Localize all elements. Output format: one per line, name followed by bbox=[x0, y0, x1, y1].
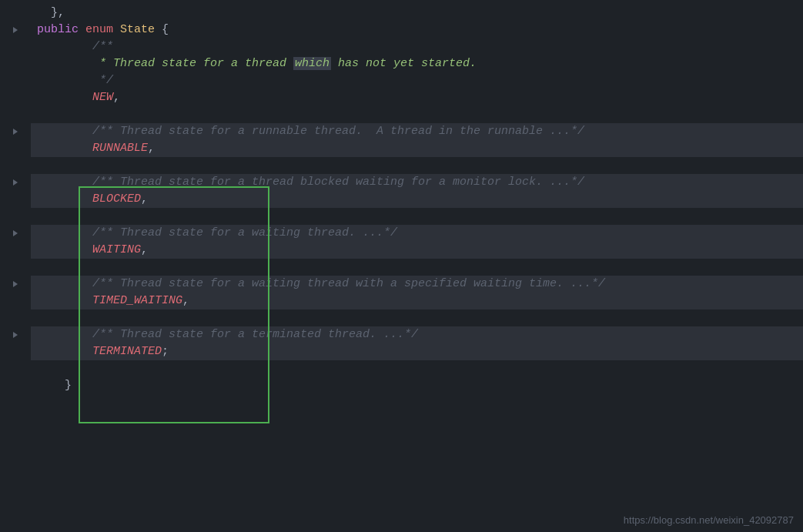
line-gutter bbox=[0, 0, 31, 532]
line-19-content bbox=[31, 309, 803, 326]
gutter-fold-11[interactable] bbox=[9, 174, 22, 191]
code-line-8: /** Thread state for a runnable thread. … bbox=[31, 123, 803, 140]
line-10-content bbox=[31, 157, 803, 174]
line-14-content: /** Thread state for a waiting thread. .… bbox=[31, 225, 803, 242]
code-line-14: /** Thread state for a waiting thread. .… bbox=[31, 225, 803, 242]
code-line-6: NEW, bbox=[31, 89, 803, 106]
gutter-line-22 bbox=[9, 360, 22, 377]
code-line-18: TIMED_WAITING, bbox=[31, 293, 803, 309]
code-line-17: /** Thread state for a waiting thread wi… bbox=[31, 276, 803, 293]
gutter-fold-8[interactable] bbox=[9, 123, 22, 140]
code-line-4: * Thread state for a thread which has no… bbox=[31, 55, 803, 72]
line-1-content: }, bbox=[31, 5, 803, 22]
line-15-content: WAITING, bbox=[31, 242, 803, 259]
line-17-content: /** Thread state for a waiting thread wi… bbox=[31, 276, 803, 293]
code-area: }, public enum State { /** * Thread stat… bbox=[31, 0, 803, 532]
line-2-content: public enum State { bbox=[31, 22, 803, 38]
gutter-line-15 bbox=[9, 242, 22, 259]
svg-marker-5 bbox=[13, 332, 18, 338]
line-12-content: BLOCKED, bbox=[31, 191, 803, 208]
code-line-10 bbox=[31, 157, 803, 174]
code-line-9: RUNNABLE, bbox=[31, 140, 803, 157]
line-23-content: } bbox=[31, 377, 803, 394]
line-6-content: NEW, bbox=[31, 89, 803, 106]
gutter-line-5 bbox=[9, 72, 22, 89]
code-line-11: /** Thread state for a thread blocked wa… bbox=[31, 174, 803, 191]
line-5-content: */ bbox=[31, 72, 803, 89]
code-line-5: */ bbox=[31, 72, 803, 89]
gutter-line-12 bbox=[9, 191, 22, 208]
svg-marker-2 bbox=[13, 179, 18, 186]
gutter-line-19 bbox=[9, 309, 22, 326]
editor-container: }, public enum State { /** * Thread stat… bbox=[0, 0, 803, 532]
gutter-line-6 bbox=[9, 89, 22, 106]
line-4-content: * Thread state for a thread which has no… bbox=[31, 55, 803, 72]
gutter-fold-2[interactable] bbox=[9, 22, 22, 38]
svg-marker-1 bbox=[13, 129, 18, 135]
watermark: https://blog.csdn.net/weixin_42092787 bbox=[624, 514, 794, 526]
gutter-line-16 bbox=[9, 259, 22, 276]
line-8-content: /** Thread state for a runnable thread. … bbox=[31, 123, 803, 140]
gutter-line-3 bbox=[9, 38, 22, 55]
code-line-7 bbox=[31, 106, 803, 123]
line-21-content: TERMINATED; bbox=[31, 343, 803, 360]
code-line-13 bbox=[31, 208, 803, 225]
code-line-16 bbox=[31, 259, 803, 276]
line-16-content bbox=[31, 259, 803, 276]
gutter-fold-17[interactable] bbox=[9, 276, 22, 293]
code-line-23: } bbox=[31, 377, 803, 394]
svg-marker-4 bbox=[13, 281, 18, 287]
line-11-content: /** Thread state for a thread blocked wa… bbox=[31, 174, 803, 191]
line-3-content: /** bbox=[31, 38, 803, 55]
gutter-line-23 bbox=[9, 377, 22, 394]
line-7-content bbox=[31, 106, 803, 123]
line-13-content bbox=[31, 208, 803, 225]
svg-marker-3 bbox=[13, 230, 18, 236]
gutter-line-4 bbox=[9, 55, 22, 72]
code-line-2: public enum State { bbox=[31, 22, 803, 38]
gutter-line-18 bbox=[9, 293, 22, 309]
gutter-line-9 bbox=[9, 140, 22, 157]
code-line-12: BLOCKED, bbox=[31, 191, 803, 208]
gutter-line-1 bbox=[9, 5, 22, 22]
code-line-3: /** bbox=[31, 38, 803, 55]
svg-marker-0 bbox=[13, 27, 18, 33]
gutter-line-10 bbox=[9, 157, 22, 174]
gutter-fold-14[interactable] bbox=[9, 225, 22, 242]
code-line-15: WAITING, bbox=[31, 242, 803, 259]
gutter-line-7 bbox=[9, 106, 22, 123]
gutter-line-13 bbox=[9, 208, 22, 225]
line-18-content: TIMED_WAITING, bbox=[31, 293, 803, 309]
code-line-22 bbox=[31, 360, 803, 377]
code-line-21: TERMINATED; bbox=[31, 343, 803, 360]
gutter-fold-20[interactable] bbox=[9, 326, 22, 343]
code-line-19 bbox=[31, 309, 803, 326]
code-line-20: /** Thread state for a terminated thread… bbox=[31, 326, 803, 343]
line-22-content bbox=[31, 360, 803, 377]
line-20-content: /** Thread state for a terminated thread… bbox=[31, 326, 803, 343]
gutter-line-21 bbox=[9, 343, 22, 360]
line-9-content: RUNNABLE, bbox=[31, 140, 803, 157]
code-line-1: }, bbox=[31, 5, 803, 22]
